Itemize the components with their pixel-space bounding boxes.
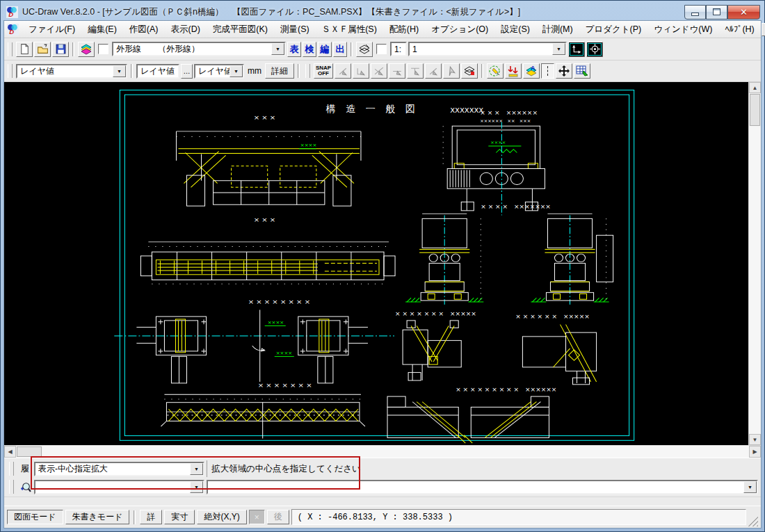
pan-move-button[interactable] [556,63,572,79]
command-row: 履 表示-中心指定拡大 ▼ 拡大領域の中心点を指定してください [7,460,758,477]
menu-edit[interactable]: 編集(E) [82,22,122,38]
new-file-button[interactable] [16,42,33,57]
import-redline-button[interactable] [505,63,522,79]
vertical-scroll-thumb[interactable] [750,94,760,126]
menu-product[interactable]: プロダクト(P) [580,22,647,38]
axis-display-button[interactable] [568,42,585,57]
chevron-down-icon[interactable]: ▼ [113,65,126,77]
table-mode-button[interactable]: 表 [287,42,301,57]
dashed-circle-icon [488,64,502,78]
menu-window[interactable]: ウィンドウ(W) [648,22,718,38]
snap-vertex-button[interactable] [407,63,424,79]
scale-layer-button[interactable] [356,42,373,57]
snap-midpoint-button[interactable] [353,63,369,79]
axis-icon [571,43,583,55]
chevron-down-icon[interactable]: ▼ [190,463,203,475]
chevron-down-icon[interactable]: ▼ [271,43,284,55]
svg-text:× × × × × × ×: × × × × × × × [258,381,312,389]
restore-button[interactable] [706,5,727,19]
layer-select-combo[interactable]: 外形線 （外形線） ▼ [112,42,286,56]
detail-button[interactable]: 詳細 [265,63,294,79]
snap-layer-button[interactable] [461,63,478,79]
output-mode-button[interactable]: 出 [333,42,347,57]
chevron-down-icon[interactable]: ▼ [230,65,243,77]
snap-online-button[interactable] [389,63,405,79]
chevron-down-icon[interactable]: ▼ [190,481,203,493]
edit-table-button[interactable] [574,63,590,79]
open-file-button[interactable] [34,42,51,57]
toolbar-separator [481,64,483,78]
vertical-scrollbar[interactable]: ▲ ▼ [748,82,761,445]
chevron-down-icon[interactable]: ▼ [743,481,757,493]
menu-plan[interactable]: 完成平面図(K) [207,22,273,38]
zoom-history-button[interactable] [18,481,32,493]
menu-help[interactable]: ﾍﾙﾌﾟ(H) [719,22,759,36]
pen-value-combo[interactable]: レイヤ値 ▼ [194,64,244,79]
detail-toggle-button[interactable]: 詳 [140,510,162,524]
scale-checkbox[interactable] [376,44,387,54]
actual-size-button[interactable]: 実寸 [164,510,195,524]
menu-rebar[interactable]: 配筋(H) [384,22,424,38]
panel-grip[interactable] [9,462,14,476]
cancel-small-button[interactable]: × [249,510,265,524]
menu-survey[interactable]: 測量(S) [275,22,315,38]
scroll-right-icon[interactable]: ▶ [749,446,761,458]
horizontal-scroll-thumb[interactable] [17,446,42,457]
scroll-up-icon[interactable]: ▲ [749,82,761,93]
view-plan: × × × × × × × × [114,298,394,383]
snap-free-button[interactable] [443,63,460,79]
layer-value-combo[interactable]: レイヤ値 ▼ [16,64,127,79]
drawing-mode-button[interactable]: 図面モード [7,510,63,524]
more-options-button[interactable]: … [181,64,193,79]
save-file-button[interactable] [52,42,69,57]
document-icon[interactable]: D [7,24,19,35]
layer-settings-button[interactable] [78,42,95,57]
drawing-canvas[interactable]: .w{stroke:#fff;fill:none;stroke-width:1}… [4,82,748,445]
panel-grip[interactable] [9,480,14,494]
snap-off-button[interactable]: SNAP OFF [314,63,333,79]
menu-option[interactable]: オプション(O) [426,22,494,38]
scroll-down-icon[interactable]: ▼ [749,434,761,445]
select-region-button[interactable] [487,63,504,79]
minimize-button[interactable] [684,5,706,19]
menu-measure[interactable]: 計測(M) [537,22,579,38]
chevron-down-icon[interactable]: ▼ [552,43,565,55]
close-button[interactable]: ✕ [727,5,760,19]
redline-mode-button[interactable]: 朱書きモード [65,510,130,524]
origin-display-button[interactable] [586,42,603,57]
menu-sxf[interactable]: ＳＸＦ属性(S) [316,22,382,38]
snap-mode-icon [373,65,385,77]
message-history-combo[interactable]: ▼ [207,480,758,494]
vertical-scroll-track[interactable] [749,127,761,434]
toolbar-grip[interactable] [8,42,13,56]
toolbar-grip[interactable] [305,64,310,78]
history-combo[interactable]: ▼ [34,480,204,494]
layer-filter-checkbox[interactable] [98,44,108,54]
edit-mode-button[interactable]: 編 [318,42,332,57]
horizontal-scroll-track[interactable] [42,446,749,458]
menu-file[interactable]: ファイル(F) [23,22,81,38]
scale-combo[interactable]: 1 ▼ [408,42,567,56]
snap-cursor-icon [446,65,458,77]
snap-mode-icon [392,65,403,77]
absolute-coords-button[interactable]: 絶対(X,Y) [197,510,246,524]
command-combo[interactable]: 表示-中心指定拡大 ▼ [34,462,204,476]
dashed-vline-icon [542,65,554,77]
search-mode-button[interactable]: 検 [303,42,316,57]
panel-strip [4,497,761,506]
resize-grip[interactable] [748,517,758,526]
toolbar-grip[interactable] [8,64,13,78]
guide-line-button[interactable] [541,63,554,79]
snap-endpoint-button[interactable] [335,63,351,79]
layer-attribute-button[interactable]: A [523,63,540,79]
mdi-minimize-button[interactable]: – [762,23,765,36]
scroll-left-icon[interactable]: ◀ [4,446,16,458]
menu-view[interactable]: 表示(D) [165,22,205,38]
drawing-workspace: .w{stroke:#fff;fill:none;stroke-width:1}… [4,82,761,445]
snap-intersection-button[interactable] [371,63,387,79]
menu-settings[interactable]: 設定(S) [495,22,536,38]
layer-value-field[interactable]: レイヤ値 [136,64,179,79]
snap-grid-button[interactable] [425,63,442,79]
horizontal-scrollbar[interactable]: ◀ ▶ [4,445,761,458]
menu-draw[interactable]: 作図(A) [124,22,164,38]
